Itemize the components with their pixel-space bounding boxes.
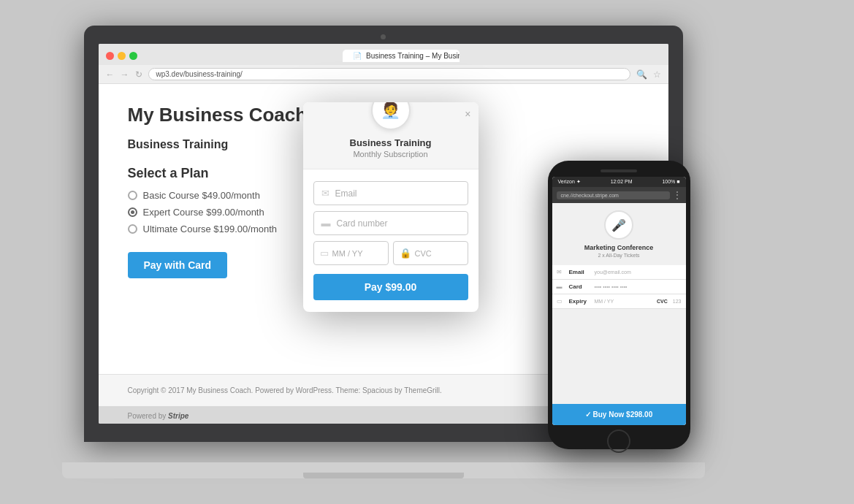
maximize-traffic-light[interactable]	[129, 52, 137, 60]
phone-fields: ✉ Email you@email.com ▬ Card •••• •••• •…	[552, 265, 686, 309]
phone-speaker	[601, 169, 637, 172]
phone-product-sub: 2 x All-Day Tickets	[552, 253, 686, 258]
powered-by-label: Powered by	[128, 412, 167, 420]
plan-radio-basic[interactable]	[128, 191, 137, 200]
stripe-pay-button[interactable]: Pay $99.00	[313, 274, 468, 300]
search-icon[interactable]: 🔍	[636, 69, 647, 80]
cvc-placeholder: CVC	[415, 249, 432, 258]
phone: Verizon ✦ 12:02 PM 100% ■ cne.//checkout…	[548, 161, 690, 449]
tab-favicon: 📄	[353, 52, 362, 60]
phone-email-icon: ✉	[557, 269, 565, 275]
laptop: 📄 Business Training – My Busin... × ← → …	[84, 26, 683, 478]
card-number-input[interactable]: ▬ Card number	[313, 211, 468, 235]
plan-label-ultimate: Ultimate Course $199.00/month	[143, 224, 278, 234]
phone-expiry-field[interactable]: ▭ Expiry MM / YY CVC 123	[552, 294, 686, 309]
carrier-label: Verizon ✦	[558, 179, 581, 185]
browser-tab[interactable]: 📄 Business Training – My Busin... ×	[343, 50, 460, 62]
card-placeholder: Card number	[337, 218, 388, 229]
footer-text: Copyright © 2017 My Business Coach. Powe…	[128, 386, 442, 394]
phone-address-bar[interactable]: cne.//checkout.stripe.com	[557, 191, 670, 199]
battery-label: 100% ■	[662, 179, 679, 185]
modal-header: 🧑‍💼 × Business Training Monthly Subscrip…	[303, 102, 479, 169]
phone-screen: Verizon ✦ 12:02 PM 100% ■ cne.//checkout…	[552, 177, 686, 425]
expiry-input[interactable]: ▭ MM / YY	[313, 241, 389, 265]
tab-title: Business Training – My Busin...	[366, 52, 460, 60]
phone-outer: Verizon ✦ 12:02 PM 100% ■ cne.//checkout…	[548, 161, 690, 449]
star-icon[interactable]: ☆	[653, 69, 661, 80]
stripe-modal: 🧑‍💼 × Business Training Monthly Subscrip…	[303, 102, 479, 312]
phone-product-name: Marketing Conference	[552, 244, 686, 251]
phone-card-icon: ▬	[557, 283, 565, 290]
phone-email-field[interactable]: ✉ Email you@email.com	[552, 265, 686, 280]
browser-chrome: 📄 Business Training – My Busin... × ← → …	[99, 44, 668, 82]
stripe-brand: Stripe	[168, 412, 188, 420]
browser-nav: ← → ↻ wp3.dev/business-training/ 🔍 ☆	[99, 65, 668, 84]
plan-label-basic: Basic Course $49.00/month	[143, 190, 260, 201]
time-label: 12:02 PM	[611, 179, 633, 185]
laptop-base	[62, 462, 705, 478]
phone-card-field[interactable]: ▬ Card •••• •••• •••• ••••	[552, 280, 686, 294]
phone-menu-icon[interactable]: ⋮	[673, 190, 682, 200]
modal-product-name: Business Training	[315, 137, 467, 148]
phone-pay-button[interactable]: ✓ Buy Now $298.00	[552, 404, 686, 425]
email-icon: ✉	[321, 188, 329, 199]
phone-home-button[interactable]	[607, 429, 630, 453]
phone-status-bar: Verizon ✦ 12:02 PM 100% ■	[552, 177, 686, 187]
back-button[interactable]: ←	[106, 69, 115, 80]
close-traffic-light[interactable]	[106, 52, 114, 60]
modal-body: ✉ Email ▬ Card number ▭ MM / YY	[303, 169, 479, 312]
forward-button[interactable]: →	[121, 69, 129, 80]
phone-content: 🎤 Marketing Conference 2 x All-Day Ticke…	[552, 203, 686, 425]
address-bar[interactable]: wp3.dev/business-training/	[148, 68, 630, 80]
phone-product-icon: 🎤	[604, 210, 633, 240]
pay-with-card-button[interactable]: Pay with Card	[128, 252, 228, 278]
card-details-row: ▭ MM / YY 🔒 CVC	[313, 241, 468, 265]
browser-toolbar: 📄 Business Training – My Busin... ×	[99, 44, 668, 65]
plan-label-expert: Expert Course $99.00/month	[143, 207, 264, 218]
phone-browser-bar: cne.//checkout.stripe.com ⋮	[552, 187, 686, 203]
modal-product-sub: Monthly Subscription	[315, 150, 467, 159]
calendar-icon: ▭	[320, 248, 329, 259]
reload-button[interactable]: ↻	[135, 69, 142, 80]
minimize-traffic-light[interactable]	[118, 52, 126, 60]
lock-icon: 🔒	[400, 248, 411, 259]
email-placeholder: Email	[335, 188, 357, 199]
modal-product-icon: 🧑‍💼	[371, 102, 411, 130]
card-icon: ▬	[321, 218, 331, 229]
plan-radio-ultimate[interactable]	[128, 224, 137, 234]
phone-expiry-icon: ▭	[557, 298, 565, 305]
modal-close-button[interactable]: ×	[465, 108, 470, 120]
traffic-lights	[106, 52, 137, 60]
expiry-placeholder: MM / YY	[332, 249, 363, 258]
laptop-camera	[381, 34, 386, 39]
scene: 📄 Business Training – My Busin... × ← → …	[44, 11, 811, 493]
cvc-input[interactable]: 🔒 CVC	[393, 241, 468, 265]
plan-radio-expert[interactable]	[128, 207, 137, 217]
email-input[interactable]: ✉ Email	[313, 181, 468, 205]
